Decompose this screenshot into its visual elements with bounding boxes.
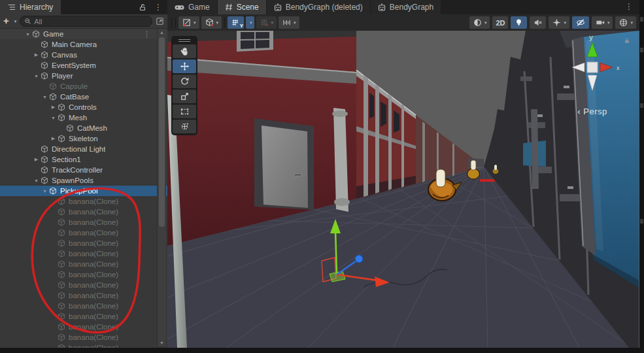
grid-snapping-button[interactable]: ▾ [256, 16, 277, 29]
expand-arrow[interactable]: ▼ [49, 116, 58, 120]
expand-arrow[interactable]: ▼ [24, 32, 32, 37]
hierarchy-item[interactable]: TrackController [0, 165, 167, 175]
gameobject-cube-icon [58, 229, 67, 237]
create-dropdown-icon[interactable]: ▾ [14, 19, 17, 24]
hierarchy-item[interactable]: banana(Clone) [0, 332, 167, 343]
hierarchy-item[interactable]: ▶ Section1 [0, 154, 167, 165]
door[interactable] [254, 118, 314, 210]
scale-tool-button[interactable] [173, 90, 196, 103]
orientation-gizmo[interactable]: y x ‹ Persp [562, 33, 622, 116]
hierarchy-item[interactable]: banana(Clone) [0, 196, 167, 207]
hierarchy-item[interactable]: banana(Clone) [0, 311, 167, 322]
scene-menu-icon[interactable]: ⋮ [143, 30, 150, 39]
hierarchy-scrollbar[interactable]: ▲ ▼ [157, 29, 166, 346]
axis-y-cone[interactable] [587, 42, 598, 57]
hierarchy-item[interactable]: ▼ SpawnPools [0, 175, 167, 186]
grid-axis-dropdown[interactable]: ▾ [246, 16, 254, 29]
hierarchy-item[interactable]: banana(Clone) [0, 280, 167, 290]
draw-mode-button[interactable]: ▾ [178, 16, 199, 29]
render-mode-button[interactable]: ▾ [469, 16, 490, 29]
expand-arrow[interactable]: ▶ [49, 136, 58, 141]
hierarchy-item[interactable]: banana(Clone) [0, 259, 167, 269]
window[interactable] [237, 31, 273, 52]
hand-tool-button[interactable] [173, 44, 196, 58]
scrollbar-thumb[interactable] [159, 37, 165, 227]
hierarchy-item[interactable]: banana(Clone) [0, 343, 167, 348]
axis-neg-y-cone[interactable] [588, 75, 597, 91]
scene-view-tab[interactable]: Game [167, 0, 217, 14]
tools-overlay[interactable] [171, 36, 197, 135]
effects-toggle-button[interactable]: ▾ [549, 16, 569, 29]
move-tool-button[interactable] [173, 59, 196, 73]
hierarchy-item[interactable]: Capsule [0, 81, 167, 92]
expand-arrow[interactable]: ▶ [32, 52, 41, 58]
hierarchy-item[interactable]: EventSystem [0, 60, 167, 71]
hierarchy-item[interactable]: ▶ Controls [0, 102, 167, 112]
hierarchy-item[interactable]: banana(Clone) [0, 248, 167, 259]
hierarchy-item[interactable]: banana(Clone) [0, 301, 167, 311]
dropdown-icon[interactable]: ▾ [216, 20, 219, 25]
dropdown-icon[interactable]: ▾ [194, 20, 196, 25]
gizmo-center-cube[interactable] [587, 62, 598, 73]
hierarchy-item[interactable]: ▶ Canvas [0, 50, 167, 60]
hierarchy-item[interactable]: banana(Clone) [0, 290, 167, 301]
dropdown-icon[interactable]: ▾ [294, 20, 296, 25]
hierarchy-item[interactable]: banana(Clone) [0, 227, 167, 238]
scene-view-tab[interactable]: Scene [218, 0, 266, 14]
dropdown-icon[interactable]: ▾ [271, 20, 274, 25]
visibility-toggle-button[interactable] [572, 16, 589, 29]
scroll-down-icon[interactable]: ▼ [158, 339, 166, 346]
hierarchy-item[interactable]: ▼ CatBase [0, 92, 167, 102]
hierarchy-item[interactable]: banana(Clone) [0, 269, 167, 280]
dropdown-icon[interactable]: ▾ [607, 20, 610, 25]
tab-hierarchy[interactable]: Hierarchy [0, 0, 61, 14]
audio-toggle-button[interactable] [530, 16, 546, 29]
hierarchy-item[interactable]: ▼ Mesh [0, 112, 167, 123]
dropdown-icon[interactable]: ▾ [564, 20, 566, 25]
hierarchy-item[interactable]: banana(Clone) [0, 207, 167, 217]
expand-arrow[interactable]: ▶ [49, 105, 58, 110]
rotate-tool-button[interactable] [173, 75, 196, 88]
hierarchy-item[interactable]: ▼ Player [0, 71, 167, 81]
scene-viewport[interactable]: y x ‹ Persp [167, 31, 639, 348]
hierarchy-item[interactable]: ▼ PickupPool [0, 186, 167, 196]
grid-axis-button[interactable]: Y [228, 16, 244, 29]
create-button[interactable]: + [3, 16, 9, 25]
axis-neg-x-cone[interactable] [572, 63, 585, 72]
camera-settings-button[interactable]: ▾ [592, 16, 613, 29]
hierarchy-item[interactable]: Directional Light [0, 144, 167, 154]
perspective-toggle[interactable]: ‹ Persp [562, 107, 622, 116]
hierarchy-item[interactable]: Main Camera [0, 39, 167, 50]
hierarchy-item[interactable]: ▼ Game ⋮ [0, 29, 167, 39]
dropdown-icon[interactable]: ▾ [484, 20, 487, 25]
hierarchy-item[interactable]: banana(Clone) [0, 322, 167, 332]
lock-icon[interactable] [139, 3, 146, 11]
scene-view-tab[interactable]: BendyGraph (deleted) [267, 0, 370, 14]
rect-tool-button[interactable] [173, 105, 196, 118]
open-search-window-icon[interactable] [156, 17, 164, 25]
tabbar-menu-icon[interactable]: ⋮ [625, 3, 633, 10]
hierarchy-item[interactable]: CatMesh [0, 123, 167, 133]
transform-tool-button[interactable] [173, 120, 196, 133]
scene-view-tab[interactable]: BendyGraph [371, 0, 441, 14]
expand-arrow[interactable]: ▼ [41, 95, 49, 99]
hierarchy-item[interactable]: banana(Clone) [0, 217, 167, 227]
snap-increment-button[interactable]: ▾ [279, 16, 299, 29]
2d-toggle-button[interactable]: 2D [492, 16, 508, 29]
expand-arrow[interactable]: ▶ [32, 157, 41, 162]
panel-menu-icon[interactable]: ⋮ [154, 3, 162, 11]
dropdown-icon[interactable]: ▾ [630, 20, 633, 25]
scroll-up-icon[interactable]: ▲ [158, 29, 166, 36]
overlay-drag-handle[interactable] [173, 37, 196, 43]
expand-arrow[interactable]: ▼ [32, 74, 41, 78]
hierarchy-item[interactable]: ▶ Skeleton [0, 133, 167, 144]
axis-x-cone[interactable] [600, 63, 613, 72]
gizmos-button[interactable]: ▾ [615, 16, 636, 29]
hierarchy-item[interactable]: banana(Clone) [0, 238, 167, 248]
lighting-toggle-button[interactable] [511, 16, 527, 29]
gizmo-lock-icon[interactable] [624, 37, 630, 44]
shaded-mode-button[interactable]: ▾ [201, 16, 222, 29]
expand-arrow[interactable]: ▼ [41, 189, 49, 193]
search-input[interactable]: All [20, 16, 152, 27]
expand-arrow[interactable]: ▼ [32, 178, 41, 183]
